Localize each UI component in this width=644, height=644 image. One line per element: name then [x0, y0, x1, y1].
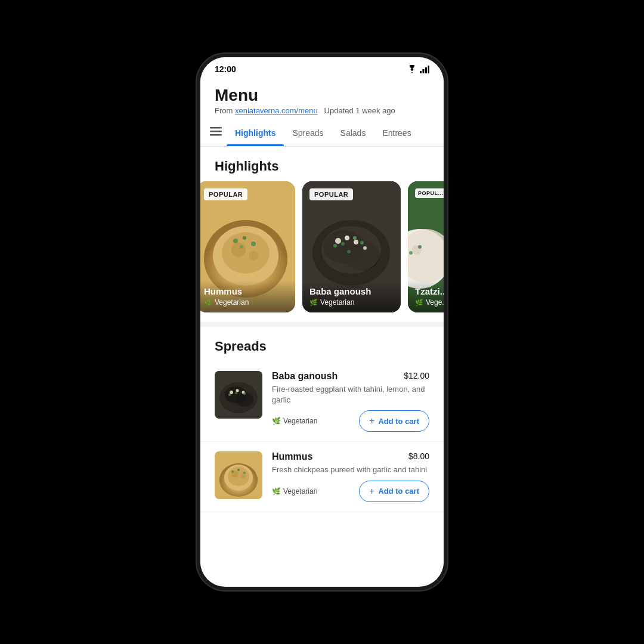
svg-point-45: [228, 394, 231, 396]
highlights-section: Highlights: [200, 147, 444, 322]
svg-rect-6: [210, 134, 222, 136]
popular-badge-tzatzi: POPUL...: [415, 188, 444, 198]
tab-spreads[interactable]: Spreads: [284, 120, 332, 146]
card-tag-tzatzi: 🌿 Vege...: [415, 298, 444, 306]
phone-frame: 12:00 Menu From xeniataverna.com/menu: [197, 54, 447, 590]
menu-item-name-baba: Baba ganoush: [272, 371, 338, 382]
add-to-cart-label-hummus: Add to cart: [378, 487, 419, 496]
list-item-hummus: Hummus $8.00 Fresh chickpeas pureed with…: [200, 442, 444, 512]
section-divider: [200, 322, 444, 327]
svg-point-16: [240, 245, 243, 249]
menu-item-footer-hummus: 🌿 Vegetarian + Add to cart: [272, 481, 429, 502]
tab-salads[interactable]: Salads: [332, 120, 374, 146]
svg-point-26: [333, 244, 337, 247]
status-time: 12:00: [215, 64, 236, 74]
svg-point-37: [418, 245, 422, 249]
svg-point-43: [236, 389, 239, 392]
leaf-icon-baba-list: 🌿: [272, 417, 281, 425]
menu-item-details-baba: Baba ganoush $12.00 Fire-roasted eggplan…: [272, 371, 429, 432]
menu-item-img-baba: [215, 371, 262, 419]
add-to-cart-hummus[interactable]: + Add to cart: [359, 481, 429, 502]
card-name-hummus: Hummus: [204, 286, 288, 296]
svg-point-15: [251, 242, 256, 246]
spreads-section-title: Spreads: [200, 327, 444, 361]
card-name-baba: Baba ganoush: [309, 286, 394, 296]
add-to-cart-baba[interactable]: + Add to cart: [359, 410, 429, 432]
svg-rect-0: [420, 71, 422, 73]
status-bar: 12:00: [200, 57, 444, 76]
leaf-icon-hummus: 🌿: [204, 299, 212, 306]
menu-item-price-baba: $12.00: [404, 371, 429, 380]
signal-icon: [420, 65, 429, 73]
svg-point-14: [243, 236, 246, 240]
highlights-section-title: Highlights: [200, 147, 444, 181]
tab-entrees[interactable]: Entrees: [374, 120, 419, 146]
veg-label-baba: Vegetarian: [283, 417, 317, 425]
veg-label-hummus: Vegetarian: [283, 487, 317, 496]
tabs-container: Highlights Spreads Salads Entrees: [200, 120, 444, 147]
status-icons: [407, 65, 429, 73]
svg-point-27: [341, 242, 345, 246]
menu-item-img-hummus: [215, 451, 262, 499]
svg-point-30: [347, 250, 351, 253]
svg-point-56: [243, 472, 246, 474]
menu-item-name-hummus: Hummus: [272, 451, 312, 462]
wifi-icon: [407, 65, 417, 73]
veg-tag-baba: 🌿 Vegetarian: [272, 417, 317, 425]
menu-item-price-hummus: $8.00: [408, 451, 429, 461]
svg-point-24: [354, 240, 358, 244]
plus-icon-hummus: +: [369, 486, 374, 497]
page-title: Menu: [215, 86, 429, 105]
tab-highlights[interactable]: Highlights: [227, 120, 284, 146]
menu-list-icon[interactable]: [205, 120, 227, 146]
svg-point-13: [233, 239, 238, 243]
svg-point-28: [353, 236, 357, 240]
svg-point-23: [345, 236, 349, 240]
svg-rect-1: [423, 69, 425, 73]
updated-text: Updated 1 week ago: [324, 106, 395, 115]
svg-point-47: [243, 392, 246, 395]
menu-item-footer-baba: 🌿 Vegetarian + Add to cart: [272, 410, 429, 432]
card-info-baba: Baba ganoush 🌿 Vegetarian: [302, 280, 401, 312]
plus-icon-baba: +: [369, 416, 374, 426]
menu-item-desc-hummus: Fresh chickpeas pureed with garlic and t…: [272, 465, 429, 475]
card-tag-text-hummus: Vegetarian: [215, 298, 249, 306]
header: Menu From xeniataverna.com/menu Updated …: [200, 76, 444, 120]
menu-item-details-hummus: Hummus $8.00 Fresh chickpeas pureed with…: [272, 451, 429, 501]
card-info-hummus: Hummus 🌿 Vegetarian: [200, 280, 295, 312]
svg-rect-3: [428, 66, 430, 73]
svg-point-11: [231, 243, 246, 257]
svg-point-46: [235, 392, 237, 394]
leaf-icon-hummus-list: 🌿: [272, 487, 281, 496]
popular-badge-hummus: POPULAR: [204, 188, 247, 200]
add-to-cart-label-baba: Add to cart: [378, 417, 419, 426]
veg-tag-hummus: 🌿 Vegetarian: [272, 487, 317, 496]
card-tag-text-tzatzi: Vege...: [426, 298, 444, 306]
highlights-scroll: POPULAR Hummus 🌿 Vegetarian: [200, 181, 444, 322]
spreads-section: Spreads: [200, 327, 444, 522]
popular-badge-baba: POPULAR: [309, 188, 353, 200]
card-name-tzatzi: Tzatzi...: [415, 286, 444, 296]
highlight-card-hummus[interactable]: POPULAR Hummus 🌿 Vegetarian: [200, 181, 295, 312]
svg-point-42: [230, 391, 233, 394]
menu-item-header-baba: Baba ganoush $12.00: [272, 371, 429, 382]
leaf-icon-baba: 🌿: [309, 299, 318, 306]
svg-point-21: [321, 226, 381, 274]
svg-point-29: [360, 241, 364, 244]
highlight-card-baba[interactable]: POPULAR Baba ganoush 🌿 Vegetarian: [302, 181, 401, 312]
svg-point-12: [249, 251, 258, 261]
source-link[interactable]: xeniataverna.com/menu: [235, 106, 318, 115]
card-tag-hummus: 🌿 Vegetarian: [204, 298, 288, 306]
svg-point-34: [408, 229, 444, 283]
card-tag-text-baba: Vegetarian: [320, 298, 354, 306]
menu-item-desc-baba: Fire-roasted eggplant with tahini, lemon…: [272, 384, 429, 405]
svg-point-22: [335, 238, 341, 244]
leaf-icon-tzatzi: 🌿: [415, 299, 423, 306]
highlight-card-tzatzi[interactable]: POPUL... Tzatzi... 🌿 Vege...: [408, 181, 444, 312]
card-info-tzatzi: Tzatzi... 🌿 Vege...: [408, 280, 444, 312]
svg-point-36: [409, 251, 413, 255]
source-line: From xeniataverna.com/menu Updated 1 wee…: [215, 106, 429, 115]
source-from-text: From: [215, 106, 233, 115]
menu-item-header-hummus: Hummus $8.00: [272, 451, 429, 462]
svg-point-25: [363, 246, 367, 250]
